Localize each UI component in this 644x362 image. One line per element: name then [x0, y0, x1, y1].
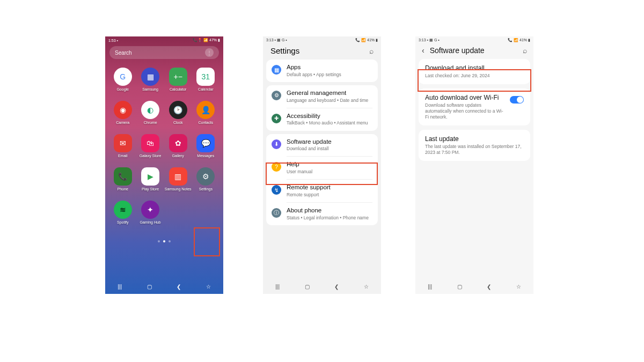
app-clock[interactable]: 🕑Clock [165, 101, 192, 124]
search-icon[interactable]: ⌕ [523, 46, 527, 55]
apps-icon: ▦ [272, 65, 281, 75]
nav-recents-icon[interactable]: ||| [275, 284, 280, 290]
messages-icon: 💬 [196, 134, 215, 152]
page-header: ‹ Software update ⌕ [415, 44, 533, 59]
nav-back-icon[interactable]: ❮ [487, 284, 491, 290]
search-icon[interactable]: ⌕ [369, 47, 374, 55]
app-play-store[interactable]: ▶Play Store [137, 167, 163, 191]
nav-accessibility-icon[interactable]: ☆ [516, 284, 521, 290]
app-messages[interactable]: 💬Messages [193, 134, 219, 158]
help-icon: ? [272, 162, 281, 172]
google-icon: G [114, 68, 132, 86]
last-update-sub: The last update was installed on Septemb… [425, 144, 524, 156]
app-label: Samsung Notes [165, 187, 192, 191]
nav-home-icon[interactable]: ▢ [457, 284, 462, 290]
settings-row-apps[interactable]: ▦AppsDefault apps • App settings [266, 60, 378, 82]
auto-download-card[interactable]: Auto download over Wi-Fi Download softwa… [419, 88, 530, 125]
settings-row-general-management[interactable]: ⚙General managementLanguage and keyboard… [266, 85, 378, 108]
app-samsung[interactable]: ▦Samsung [137, 68, 163, 91]
settings-card: ▦AppsDefault apps • App settings [266, 60, 378, 82]
nav-accessibility-icon[interactable]: ☆ [206, 284, 211, 290]
chrome-icon: ◐ [141, 101, 159, 119]
settings-icon: ⚙ [196, 167, 215, 186]
row-title: General management [287, 90, 372, 97]
app-email[interactable]: ✉Email [109, 134, 136, 158]
app-samsung-notes[interactable]: ▥Samsung Notes [165, 167, 192, 191]
app-label: Contacts [198, 121, 213, 124]
search-input[interactable]: Search ⋮ [109, 46, 219, 59]
app-google[interactable]: GGoogle [109, 68, 136, 91]
calculator-icon: +− [169, 68, 187, 86]
app-gaming-hub[interactable]: ✦Gaming Hub [137, 201, 163, 224]
accessibility-icon: ✚ [272, 114, 281, 123]
app-phone[interactable]: 📞Phone [109, 167, 136, 191]
phone-settings-screen: 3:13 ▪ ▦ G • 📞 📶 41% ▮ Settings ⌕ ▦AppsD… [263, 36, 381, 294]
settings-card: ⬇Software updateDownload and install?Hel… [266, 134, 378, 225]
back-icon[interactable]: ‹ [422, 46, 425, 55]
app-gallery[interactable]: ✿Gallery [165, 134, 192, 158]
nav-back-icon[interactable]: ❮ [334, 284, 339, 290]
general-management-icon: ⚙ [272, 91, 281, 100]
app-chrome[interactable]: ◐Chrome [137, 101, 163, 124]
nav-recents-icon[interactable]: ||| [428, 284, 432, 290]
download-install-card[interactable]: Download and install Last checked on: Ju… [419, 59, 530, 84]
camera-icon: ◉ [114, 101, 132, 119]
app-calendar[interactable]: 31Calendar [193, 68, 219, 91]
auto-download-toggle[interactable] [510, 96, 524, 104]
settings-row-accessibility[interactable]: ✚AccessibilityTalkBack • Mono audio • As… [266, 108, 378, 131]
row-subtitle: TalkBack • Mono audio • Assistant menu [287, 120, 372, 126]
row-subtitle: User manual [287, 169, 372, 175]
nav-accessibility-icon[interactable]: ☆ [364, 284, 369, 290]
settings-row-help[interactable]: ?HelpUser manual [266, 157, 378, 179]
app-camera[interactable]: ◉Camera [109, 101, 136, 124]
email-icon: ✉ [114, 134, 132, 152]
gaming-hub-icon: ✦ [141, 201, 159, 219]
play-store-icon: ▶ [141, 167, 159, 186]
app-calculator[interactable]: +−Calculator [165, 68, 192, 91]
app-label: Phone [118, 187, 128, 191]
app-label: Messages [197, 154, 214, 158]
app-contacts[interactable]: 👤Contacts [193, 101, 219, 124]
app-galaxy-store[interactable]: 🛍Galaxy Store [137, 134, 163, 158]
nav-back-icon[interactable]: ❮ [177, 284, 181, 290]
gallery-icon: ✿ [169, 134, 187, 152]
status-right: 📞 📶 41% ▮ [508, 38, 530, 42]
app-label: Samsung [142, 87, 158, 91]
last-update-card[interactable]: Last update The last update was installe… [419, 130, 530, 161]
remote-support-icon: ↯ [272, 185, 281, 195]
status-left: 3:13 ▪ ▦ G • [266, 38, 287, 42]
more-icon[interactable]: ⋮ [205, 48, 214, 57]
samsung-notes-icon: ▥ [169, 167, 187, 186]
settings-row-software-update[interactable]: ⬇Software updateDownload and install [266, 134, 378, 157]
app-label: Calendar [198, 87, 213, 91]
app-label: Settings [199, 187, 213, 191]
settings-row-remote-support[interactable]: ↯Remote supportRemote support [266, 180, 378, 202]
app-label: Play Store [142, 187, 159, 191]
software-update-icon: ⬇ [272, 139, 281, 149]
row-subtitle: Status • Legal information • Phone name [287, 215, 372, 221]
row-subtitle: Default apps • App settings [287, 72, 372, 78]
app-grid: GGoogle▦Samsung+−Calculator31Calendar◉Ca… [105, 63, 223, 228]
app-label: Google [116, 87, 129, 91]
download-install-title: Download and install [425, 64, 524, 72]
phone-software-update-screen: 3:13 ▪ ▦ G • 📞 📶 41% ▮ ‹ Software update… [415, 36, 533, 294]
nav-bar: ||| ▢ ❮ ☆ [105, 279, 223, 294]
app-settings[interactable]: ⚙Settings [193, 167, 219, 191]
page-header: Settings ⌕ [263, 44, 381, 60]
auto-download-title: Auto download over Wi-Fi [425, 94, 506, 101]
status-left: 3:13 ▪ ▦ G • [419, 38, 440, 42]
app-label: Chrome [144, 121, 157, 124]
row-title: Software update [287, 138, 372, 146]
page-title: Settings [270, 46, 299, 55]
nav-home-icon[interactable]: ▢ [147, 284, 152, 290]
status-left: 1:53 ▪ [108, 39, 118, 42]
page-title: Software update [430, 46, 485, 55]
nav-recents-icon[interactable]: ||| [118, 284, 122, 290]
row-title: Help [287, 161, 372, 168]
settings-row-about-phone[interactable]: ⓘAbout phoneStatus • Legal information •… [266, 203, 378, 225]
nav-bar: ||| ▢ ❮ ☆ [415, 279, 533, 294]
app-spotify[interactable]: ≋Spotify [109, 201, 136, 224]
spotify-icon: ≋ [114, 201, 132, 219]
phone-icon: 📞 [114, 167, 132, 186]
nav-home-icon[interactable]: ▢ [305, 284, 310, 290]
